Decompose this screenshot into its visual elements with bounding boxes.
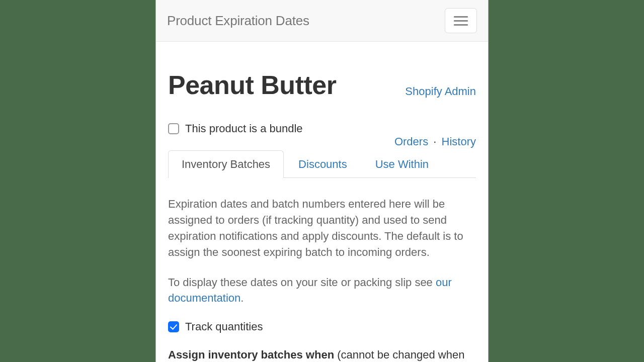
doc-prefix: To display these dates on your site or p…	[168, 276, 436, 289]
separator: ·	[433, 135, 436, 148]
shopify-admin-link[interactable]: Shopify Admin	[405, 85, 476, 98]
track-quantities-row: Track quantities	[168, 320, 476, 333]
app-panel: Product Expiration Dates Shopify Admin P…	[155, 0, 489, 362]
assign-batches-block: Assign inventory batches when (cannot be…	[168, 346, 476, 362]
description-text: Expiration dates and batch numbers enter…	[168, 196, 476, 260]
bundle-checkbox[interactable]	[168, 123, 179, 134]
track-quantities-label[interactable]: Track quantities	[185, 320, 263, 333]
tabs: Inventory Batches Discounts Use Within	[168, 150, 476, 178]
doc-suffix: .	[240, 292, 244, 304]
history-link[interactable]: History	[442, 135, 476, 148]
tab-discounts[interactable]: Discounts	[285, 150, 361, 178]
menu-toggle-button[interactable]	[445, 8, 477, 33]
bundle-label[interactable]: This product is a bundle	[185, 122, 303, 135]
track-quantities-checkbox[interactable]	[168, 321, 179, 332]
tab-use-within[interactable]: Use Within	[362, 150, 442, 178]
hamburger-icon	[454, 24, 468, 26]
navbar: Product Expiration Dates	[156, 0, 488, 42]
content-area: Shopify Admin Peanut Butter Orders · His…	[156, 70, 488, 362]
app-brand: Product Expiration Dates	[167, 13, 309, 29]
subnav: Orders · History	[394, 135, 476, 148]
hamburger-icon	[454, 20, 468, 22]
hamburger-icon	[454, 16, 468, 18]
assign-bold-text: Assign inventory batches when	[168, 348, 337, 361]
bundle-row: This product is a bundle	[168, 122, 476, 135]
documentation-text: To display these dates on your site or p…	[168, 275, 476, 307]
orders-link[interactable]: Orders	[394, 135, 428, 148]
tab-inventory-batches[interactable]: Inventory Batches	[168, 150, 284, 178]
